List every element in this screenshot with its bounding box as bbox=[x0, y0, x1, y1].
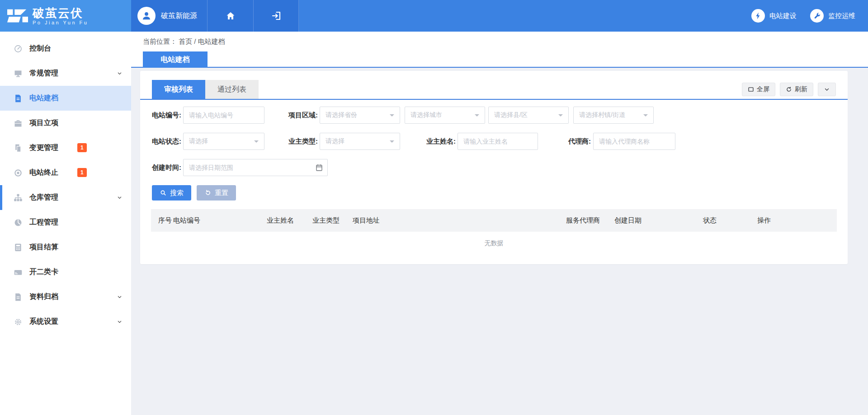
sidebar-item-label: 电站建档 bbox=[29, 93, 58, 103]
fullscreen-icon bbox=[748, 86, 754, 93]
sidebar-item-console[interactable]: 控制台 bbox=[0, 36, 131, 61]
city-select[interactable]: 请选择城市 bbox=[405, 107, 485, 124]
archive-doc-icon bbox=[14, 293, 23, 302]
user-name: 破茧新能源 bbox=[161, 11, 197, 21]
badge-count: 1 bbox=[77, 143, 87, 152]
main-area: 当前位置： 首页 / 电站建档 电站建档 审核列表 通过列表 全屏 刷 bbox=[131, 32, 868, 415]
province-select[interactable]: 请选择省份 bbox=[320, 107, 400, 124]
filter-row-2: 电站状态: 请选择 业主类型: 请选择 业主姓名: 代理商: bbox=[140, 133, 675, 150]
agent-label: 代理商: bbox=[567, 137, 591, 146]
avatar bbox=[137, 7, 156, 25]
owner-name-input[interactable] bbox=[458, 133, 538, 150]
col-project-address: 项目地址 bbox=[353, 216, 566, 225]
sidebar-item-data-archive[interactable]: 资料归档 bbox=[0, 284, 131, 309]
sidebar-item-system-settings[interactable]: 系统设置 bbox=[0, 309, 131, 334]
station-status-label: 电站状态: bbox=[152, 137, 181, 146]
town-select[interactable]: 请选择村镇/街道 bbox=[573, 107, 654, 124]
sidebar-item-label: 资料归档 bbox=[29, 292, 58, 302]
table-header: 序号 电站编号 业主姓名 业主类型 项目地址 服务代理商 创建日期 状态 操作 bbox=[151, 209, 837, 232]
caret-down-icon bbox=[475, 114, 479, 119]
col-owner-name: 业主姓名 bbox=[267, 216, 312, 225]
topbar-spacer bbox=[299, 0, 751, 32]
home-button[interactable] bbox=[208, 0, 254, 32]
filter-row-3: 创建时间: bbox=[140, 159, 328, 176]
filter-row-1: 电站编号: 项目区域: 请选择省份 请选择城市 请选择县/区 请选择村镇/街道 bbox=[140, 107, 654, 124]
panel-toolbar: 全屏 刷新 bbox=[742, 83, 836, 96]
user-icon bbox=[141, 10, 152, 22]
date-range-input[interactable] bbox=[183, 159, 328, 176]
caret-down-icon bbox=[390, 114, 394, 119]
sidebar-item-type2-card[interactable]: 开二类卡 bbox=[0, 260, 131, 284]
logout-button[interactable] bbox=[254, 0, 299, 32]
caret-down-icon bbox=[390, 140, 394, 145]
sidebar-item-engineering-mgmt[interactable]: 工程管理 bbox=[0, 210, 131, 235]
brand-logo: 破茧云伏 Po Jian Yun Fu bbox=[0, 0, 131, 32]
station-status-select[interactable]: 请选择 bbox=[183, 133, 264, 150]
created-time-label: 创建时间: bbox=[152, 163, 181, 172]
nav-station-build[interactable]: 电站建设 bbox=[751, 0, 797, 32]
tab-passed-list[interactable]: 通过列表 bbox=[205, 80, 259, 99]
sidebar-item-station-termination[interactable]: 电站终止 1 bbox=[0, 160, 131, 185]
sidebar-item-label: 电站终止 bbox=[29, 168, 58, 177]
sitemap-icon bbox=[14, 193, 23, 202]
sidebar-item-label: 控制台 bbox=[29, 44, 51, 53]
nav-monitor-ops-label: 监控运维 bbox=[828, 12, 855, 20]
sidebar-item-label: 仓库管理 bbox=[29, 193, 58, 202]
refresh-button[interactable]: 刷新 bbox=[780, 83, 813, 96]
topbar-user[interactable]: 破茧新能源 bbox=[131, 0, 208, 32]
sidebar-item-general-mgmt[interactable]: 常规管理 bbox=[0, 61, 131, 86]
fullscreen-button[interactable]: 全屏 bbox=[742, 83, 775, 96]
brand-subtitle: Po Jian Yun Fu bbox=[33, 20, 88, 25]
col-actions: 操作 bbox=[757, 216, 837, 225]
gauge-icon bbox=[14, 44, 23, 53]
breadcrumb-current: 电站建档 bbox=[198, 37, 225, 45]
search-button[interactable]: 搜索 bbox=[152, 185, 191, 201]
col-created-date: 创建日期 bbox=[614, 216, 703, 225]
page-tab-station-archive[interactable]: 电站建档 bbox=[143, 51, 208, 68]
sidebar-item-label: 变更管理 bbox=[29, 143, 58, 153]
sidebar-item-change-mgmt[interactable]: 变更管理 1 bbox=[0, 135, 131, 160]
brand-name: 破茧云伏 bbox=[33, 7, 88, 19]
owner-type-select[interactable]: 请选择 bbox=[320, 133, 400, 150]
sidebar-item-station-archive[interactable]: 电站建档 bbox=[0, 86, 131, 111]
gear-icon bbox=[14, 317, 23, 326]
sidebar-item-project-initiation[interactable]: 项目立项 bbox=[0, 111, 131, 135]
sidebar-item-warehouse-mgmt[interactable]: 仓库管理 bbox=[0, 185, 131, 210]
dashboard-icon bbox=[14, 218, 23, 227]
empty-placeholder: 无数据 bbox=[151, 232, 837, 255]
wrench-icon bbox=[810, 9, 824, 23]
station-no-label: 电站编号: bbox=[152, 111, 181, 120]
briefcase-icon bbox=[14, 119, 23, 128]
station-no-input[interactable] bbox=[183, 107, 264, 124]
col-station-no: 电站编号 bbox=[173, 216, 267, 225]
county-select[interactable]: 请选择县/区 bbox=[488, 107, 569, 124]
pages-icon bbox=[14, 144, 23, 153]
tab-review-list[interactable]: 审核列表 bbox=[152, 80, 205, 99]
chevron-down-icon bbox=[116, 318, 123, 325]
col-index: 序号 bbox=[158, 216, 173, 225]
bolt-icon bbox=[751, 9, 765, 23]
calculator-icon bbox=[14, 243, 23, 252]
collapse-button[interactable] bbox=[818, 83, 836, 96]
filter-actions: 搜索 重置 bbox=[152, 185, 236, 201]
reset-button[interactable]: 重置 bbox=[197, 185, 236, 201]
sidebar-item-label: 开二类卡 bbox=[29, 267, 58, 277]
topbar: 破茧云伏 Po Jian Yun Fu 破茧新能源 电站建设 bbox=[0, 0, 868, 32]
badge-count: 1 bbox=[77, 168, 87, 177]
refresh-icon bbox=[786, 86, 792, 93]
owner-type-label: 业主类型: bbox=[288, 137, 317, 146]
caret-down-icon bbox=[558, 114, 563, 119]
target-icon bbox=[14, 168, 23, 177]
breadcrumb-separator: / bbox=[194, 37, 198, 45]
sidebar-item-project-settlement[interactable]: 项目结算 bbox=[0, 235, 131, 260]
nav-monitor-ops[interactable]: 监控运维 bbox=[810, 0, 855, 32]
panel-tabs: 审核列表 通过列表 bbox=[152, 80, 259, 99]
caret-down-icon bbox=[643, 114, 648, 119]
search-label: 搜索 bbox=[170, 189, 184, 197]
col-owner-type: 业主类型 bbox=[312, 216, 353, 225]
reset-icon bbox=[204, 189, 212, 196]
sidebar-item-label: 常规管理 bbox=[29, 69, 58, 78]
agent-input[interactable] bbox=[593, 133, 675, 150]
breadcrumb-strip: 当前位置： 首页 / 电站建档 电站建档 bbox=[131, 32, 868, 68]
breadcrumb-home[interactable]: 首页 bbox=[179, 37, 192, 45]
